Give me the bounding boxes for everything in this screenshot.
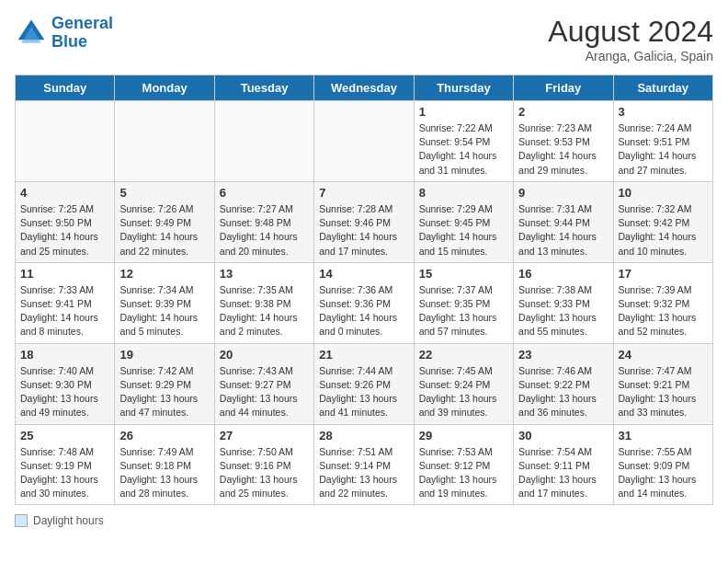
calendar-header-row: SundayMondayTuesdayWednesdayThursdayFrid… [16, 75, 713, 101]
calendar-cell: 17Sunrise: 7:39 AM Sunset: 9:32 PM Dayli… [613, 262, 712, 343]
day-number: 7 [319, 186, 408, 200]
calendar-day-header: Wednesday [314, 75, 414, 101]
day-number: 10 [619, 186, 708, 200]
day-info: Sunrise: 7:54 AM Sunset: 9:11 PM Dayligh… [518, 445, 608, 501]
calendar-cell: 28Sunrise: 7:51 AM Sunset: 9:14 PM Dayli… [314, 424, 414, 505]
day-number: 29 [419, 429, 508, 442]
day-number: 9 [518, 186, 608, 200]
day-number: 15 [419, 267, 508, 281]
calendar-day-header: Friday [514, 75, 613, 101]
day-info: Sunrise: 7:27 AM Sunset: 9:48 PM Dayligh… [220, 202, 309, 259]
day-number: 12 [119, 267, 209, 281]
day-info: Sunrise: 7:43 AM Sunset: 9:27 PM Dayligh… [220, 364, 309, 420]
day-info: Sunrise: 7:23 AM Sunset: 9:53 PM Dayligh… [518, 121, 608, 178]
calendar-cell: 14Sunrise: 7:36 AM Sunset: 9:36 PM Dayli… [314, 262, 414, 343]
calendar-week-row: 11Sunrise: 7:33 AM Sunset: 9:41 PM Dayli… [16, 262, 713, 343]
calendar-cell: 8Sunrise: 7:29 AM Sunset: 9:45 PM Daylig… [414, 181, 513, 262]
day-number: 17 [619, 267, 708, 281]
day-info: Sunrise: 7:49 AM Sunset: 9:18 PM Dayligh… [119, 445, 209, 501]
day-info: Sunrise: 7:22 AM Sunset: 9:54 PM Dayligh… [419, 121, 508, 178]
calendar-cell: 12Sunrise: 7:34 AM Sunset: 9:39 PM Dayli… [115, 262, 214, 343]
day-number: 30 [518, 429, 608, 442]
calendar-week-row: 4Sunrise: 7:25 AM Sunset: 9:50 PM Daylig… [16, 181, 713, 262]
calendar-cell [314, 101, 414, 182]
day-info: Sunrise: 7:36 AM Sunset: 9:36 PM Dayligh… [319, 283, 408, 339]
day-info: Sunrise: 7:32 AM Sunset: 9:42 PM Dayligh… [619, 202, 708, 259]
calendar-cell: 7Sunrise: 7:28 AM Sunset: 9:46 PM Daylig… [314, 181, 414, 262]
day-info: Sunrise: 7:35 AM Sunset: 9:38 PM Dayligh… [220, 283, 309, 339]
day-info: Sunrise: 7:53 AM Sunset: 9:12 PM Dayligh… [419, 445, 508, 501]
calendar-day-header: Saturday [613, 75, 712, 101]
day-number: 1 [419, 105, 508, 119]
legend: Daylight hours [15, 514, 713, 527]
logo: General Blue [15, 15, 113, 52]
calendar-cell: 27Sunrise: 7:50 AM Sunset: 9:16 PM Dayli… [214, 424, 313, 505]
day-info: Sunrise: 7:47 AM Sunset: 9:21 PM Dayligh… [619, 364, 708, 420]
day-info: Sunrise: 7:50 AM Sunset: 9:16 PM Dayligh… [220, 445, 309, 501]
calendar-cell: 1Sunrise: 7:22 AM Sunset: 9:54 PM Daylig… [414, 101, 513, 182]
calendar-cell: 25Sunrise: 7:48 AM Sunset: 9:19 PM Dayli… [16, 424, 115, 505]
calendar-cell: 6Sunrise: 7:27 AM Sunset: 9:48 PM Daylig… [214, 181, 313, 262]
day-number: 21 [319, 348, 408, 362]
day-number: 11 [20, 267, 109, 281]
calendar-cell: 2Sunrise: 7:23 AM Sunset: 9:53 PM Daylig… [514, 101, 613, 182]
calendar-cell: 22Sunrise: 7:45 AM Sunset: 9:24 PM Dayli… [414, 343, 513, 424]
day-number: 16 [518, 267, 608, 281]
calendar-cell: 4Sunrise: 7:25 AM Sunset: 9:50 PM Daylig… [16, 181, 115, 262]
page-header: General Blue August 2024 Aranga, Galicia… [15, 15, 713, 63]
title-block: August 2024 Aranga, Galicia, Spain [548, 15, 713, 63]
calendar-cell: 9Sunrise: 7:31 AM Sunset: 9:44 PM Daylig… [514, 181, 613, 262]
day-number: 18 [20, 348, 109, 362]
day-info: Sunrise: 7:39 AM Sunset: 9:32 PM Dayligh… [619, 283, 708, 339]
day-number: 3 [619, 105, 708, 119]
calendar-cell: 13Sunrise: 7:35 AM Sunset: 9:38 PM Dayli… [214, 262, 313, 343]
calendar-week-row: 25Sunrise: 7:48 AM Sunset: 9:19 PM Dayli… [16, 424, 713, 505]
calendar-week-row: 1Sunrise: 7:22 AM Sunset: 9:54 PM Daylig… [16, 101, 713, 182]
calendar-cell: 29Sunrise: 7:53 AM Sunset: 9:12 PM Dayli… [414, 424, 513, 505]
day-number: 14 [319, 267, 408, 281]
day-info: Sunrise: 7:31 AM Sunset: 9:44 PM Dayligh… [518, 202, 608, 259]
day-number: 13 [220, 267, 309, 281]
calendar-cell: 10Sunrise: 7:32 AM Sunset: 9:42 PM Dayli… [613, 181, 712, 262]
day-info: Sunrise: 7:42 AM Sunset: 9:29 PM Dayligh… [119, 364, 209, 420]
day-info: Sunrise: 7:37 AM Sunset: 9:35 PM Dayligh… [419, 283, 508, 339]
day-number: 20 [220, 348, 309, 362]
day-info: Sunrise: 7:33 AM Sunset: 9:41 PM Dayligh… [20, 283, 109, 339]
legend-label: Daylight hours [33, 514, 104, 527]
day-info: Sunrise: 7:40 AM Sunset: 9:30 PM Dayligh… [20, 364, 109, 420]
logo-icon [15, 17, 48, 50]
calendar-day-header: Thursday [414, 75, 513, 101]
day-number: 6 [220, 186, 309, 200]
month-year: August 2024 [548, 15, 713, 49]
day-info: Sunrise: 7:51 AM Sunset: 9:14 PM Dayligh… [319, 445, 408, 501]
calendar-cell [214, 101, 313, 182]
legend-box [15, 514, 28, 527]
day-info: Sunrise: 7:34 AM Sunset: 9:39 PM Dayligh… [119, 283, 209, 339]
calendar-cell [16, 101, 115, 182]
calendar-cell: 20Sunrise: 7:43 AM Sunset: 9:27 PM Dayli… [214, 343, 313, 424]
day-number: 26 [119, 429, 209, 442]
day-number: 25 [20, 429, 109, 442]
day-number: 8 [419, 186, 508, 200]
calendar-cell: 5Sunrise: 7:26 AM Sunset: 9:49 PM Daylig… [115, 181, 214, 262]
day-number: 2 [518, 105, 608, 119]
day-info: Sunrise: 7:48 AM Sunset: 9:19 PM Dayligh… [20, 445, 109, 501]
calendar-cell: 11Sunrise: 7:33 AM Sunset: 9:41 PM Dayli… [16, 262, 115, 343]
calendar-cell: 23Sunrise: 7:46 AM Sunset: 9:22 PM Dayli… [514, 343, 613, 424]
calendar-cell: 30Sunrise: 7:54 AM Sunset: 9:11 PM Dayli… [514, 424, 613, 505]
logo-blue: Blue [51, 32, 87, 51]
calendar-cell: 31Sunrise: 7:55 AM Sunset: 9:09 PM Dayli… [613, 424, 712, 505]
day-info: Sunrise: 7:29 AM Sunset: 9:45 PM Dayligh… [419, 202, 508, 259]
calendar-week-row: 18Sunrise: 7:40 AM Sunset: 9:30 PM Dayli… [16, 343, 713, 424]
day-info: Sunrise: 7:38 AM Sunset: 9:33 PM Dayligh… [518, 283, 608, 339]
calendar-day-header: Sunday [16, 75, 115, 101]
day-number: 4 [20, 186, 109, 200]
day-info: Sunrise: 7:24 AM Sunset: 9:51 PM Dayligh… [619, 121, 708, 178]
day-info: Sunrise: 7:25 AM Sunset: 9:50 PM Dayligh… [20, 202, 109, 259]
calendar-cell: 3Sunrise: 7:24 AM Sunset: 9:51 PM Daylig… [613, 101, 712, 182]
day-number: 23 [518, 348, 608, 362]
day-number: 27 [220, 429, 309, 442]
location: Aranga, Galicia, Spain [548, 49, 713, 63]
day-info: Sunrise: 7:45 AM Sunset: 9:24 PM Dayligh… [419, 364, 508, 420]
day-info: Sunrise: 7:28 AM Sunset: 9:46 PM Dayligh… [319, 202, 408, 259]
